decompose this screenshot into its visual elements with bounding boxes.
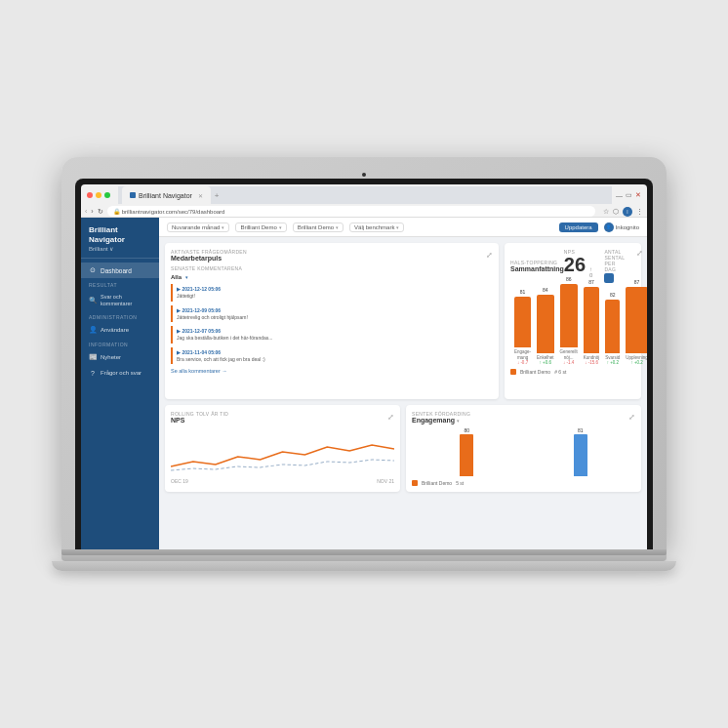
close-window-button[interactable]	[87, 192, 93, 198]
topbar-avatar: 👤	[604, 222, 614, 232]
engagement-legend-dot	[412, 480, 418, 486]
camera	[362, 173, 366, 177]
extensions-icon[interactable]: ⬡	[613, 208, 619, 216]
summary-bar-chart: 81 Engage-mang ↓ -0.7 84 Enkelhet	[510, 287, 635, 365]
filter-nuvarande-manad[interactable]: Nuvarande månad ▾	[167, 222, 229, 232]
menu-icon[interactable]: ⋮	[636, 208, 643, 216]
sidebar-item-dashboard[interactable]: ⊙ Dashboard	[81, 263, 159, 278]
filter-brilliant-demo-2[interactable]: Brilliant Demo ▾	[293, 222, 344, 232]
minimize-window-button[interactable]	[96, 192, 101, 198]
browser-chrome: Brilliant Navigator ✕ + — ▭ ✕	[81, 184, 647, 206]
chevron-down-icon: ▾	[222, 224, 224, 230]
bar-upplevning: 87 Upplevning ↑ +0.2	[626, 279, 647, 365]
active-tab[interactable]: Brilliant Navigator ✕	[122, 186, 211, 204]
bar-generellt-rect	[560, 284, 578, 347]
bar-kundnoj-rect	[584, 287, 600, 353]
eng-bar-2-label: 81	[578, 427, 584, 433]
see-all-comments-link[interactable]: Se alla kommentarer →	[171, 368, 493, 374]
sidebar-item-nyheter[interactable]: 📰 Nyheter	[81, 349, 159, 365]
back-button[interactable]: ‹	[85, 208, 87, 215]
filter-all-label: Alla	[171, 274, 182, 280]
nps-line-chart	[171, 427, 394, 476]
maximize-window-button[interactable]	[104, 192, 110, 198]
sidebar-nav: ⊙ Dashboard RESULTAT 🔍 Svar ochkommentar…	[81, 259, 159, 549]
bar-engagemang: 81 Engage-mang ↓ -0.7	[514, 289, 531, 365]
comment-2-date: ▶ 2021-12-09 05:06	[177, 307, 489, 313]
legend-orange-dot	[510, 369, 516, 375]
nps-line-header: ROLLING TOLV ÅR TID NPS ⤢	[171, 411, 394, 424]
logo-title: Brilliant Navigator	[89, 225, 151, 244]
comment-4-date: ▶ 2021-11-04 05:06	[177, 349, 489, 355]
user-name: Inkognito	[616, 224, 639, 230]
screen-bezel: Brilliant Navigator ✕ + — ▭ ✕ ‹ › ↻ 🔒	[75, 179, 653, 549]
nps-line-panel: ROLLING TOLV ÅR TID NPS ⤢	[165, 405, 400, 492]
bar-engagemang-rect	[514, 297, 531, 347]
close-icon[interactable]: ✕	[635, 191, 641, 199]
news-icon: 📰	[89, 353, 97, 361]
comment-3: ▶ 2021-12-07 05:06 Jag ska beställa-buti…	[171, 326, 493, 344]
chart-legend: Brilliant Demo # 6 st	[510, 369, 635, 375]
sidebar-section-admin: ADMINISTRATION	[81, 310, 159, 322]
bar-enkelhet-rect	[537, 295, 554, 353]
new-tab-button[interactable]: +	[211, 189, 223, 202]
tab-title: Brilliant Navigator	[139, 192, 192, 199]
engagement-legend-extra: 5 st	[456, 480, 464, 486]
pulse-panel: AKTIVASTE FRÅGEOMÅRDEN Medarbetarpuls ⤢ …	[165, 243, 499, 399]
browser-toolbar-right: ☆ ⬡ I ⋮	[603, 207, 643, 217]
chevron-down-icon-4: ▾	[396, 224, 399, 230]
filter-brilliant-demo-1[interactable]: Brilliant Demo ▾	[235, 222, 286, 232]
comment-2: ▶ 2021-12-09 05:06 Jättetrevlig och otro…	[171, 305, 493, 323]
sidebar-item-fragor[interactable]: ? Frågor och svar	[81, 365, 159, 381]
pulse-expand-icon[interactable]: ⤢	[486, 251, 493, 260]
topbar: Nuvarande månad ▾ Brilliant Demo ▾ Brill…	[159, 218, 647, 237]
nps-start-date: OEC 19	[171, 478, 188, 484]
browser-nav-bar: ‹ › ↻ 🔒 brilliantnavigator.com/sec/79/da…	[81, 206, 647, 218]
laptop-container: Brilliant Navigator ✕ + — ▭ ✕ ‹ › ↻ 🔒	[61, 157, 667, 571]
restore-icon[interactable]: ▭	[626, 191, 632, 199]
comment-4-text: Bra service, och att fick jag en bra dea…	[177, 356, 489, 363]
engagement-chevron-icon[interactable]: ▾	[457, 418, 460, 424]
nps-line-expand-icon[interactable]: ⤢	[387, 413, 394, 422]
refresh-button[interactable]: ↻	[98, 208, 103, 216]
minimize-icon[interactable]: —	[616, 192, 623, 199]
update-button[interactable]: Uppdatera	[559, 222, 598, 232]
url-bar[interactable]: 🔒 brilliantnavigator.com/sec/79/dashboar…	[107, 206, 595, 217]
logo-subtitle[interactable]: Brilliant ∨	[89, 245, 151, 252]
user-avatar-initial: I	[627, 209, 627, 215]
star-icon[interactable]: ☆	[603, 208, 609, 216]
filter-chevron-icon[interactable]: ▾	[185, 274, 188, 280]
nps-widget: NPS 26 ↑ 0	[564, 249, 593, 278]
laptop-body: Brilliant Navigator ✕ + — ▭ ✕ ‹ › ↻ 🔒	[61, 157, 667, 549]
filter-benchmark[interactable]: Välj benchmark ▾	[349, 222, 404, 232]
bar-enkelhet: 84 Enkelhet ↑ +0.6	[537, 287, 554, 365]
forward-button[interactable]: ›	[91, 208, 93, 215]
sidebar-nyheter-label: Nyheter	[101, 354, 121, 360]
sidebar-item-svar[interactable]: 🔍 Svar ochkommentarer	[81, 290, 159, 310]
engagement-panel: SENTEK FÖRDARDING Engagemang ▾ ⤢	[406, 405, 641, 492]
app-content: Brilliant Navigator Brilliant ∨ ⊙ Dashbo…	[81, 218, 647, 549]
sidebar: Brilliant Navigator Brilliant ∨ ⊙ Dashbo…	[81, 218, 159, 549]
tab-close-icon[interactable]: ✕	[198, 192, 203, 199]
browser-right-controls: — ▭ ✕	[616, 191, 641, 199]
engagement-header: SENTEK FÖRDARDING Engagemang ▾ ⤢	[412, 411, 635, 424]
sidebar-section-info: INFORMATION	[81, 338, 159, 349]
comment-2-text: Jättetrevlig och otroligt hjälpsam!	[177, 314, 489, 321]
eng-bar-2	[574, 434, 587, 476]
nps-line-title: NPS	[171, 417, 228, 424]
nps-end-date: NOV 21	[377, 478, 394, 484]
engagement-expand-icon[interactable]: ⤢	[628, 413, 635, 422]
chevron-down-icon-2: ▾	[279, 224, 282, 230]
topbar-user: 👤 Inkognito	[604, 222, 639, 232]
users-icon: 👤	[89, 326, 97, 334]
nps-line-dates: OEC 19 NOV 21	[171, 478, 394, 484]
user-avatar[interactable]: I	[623, 207, 632, 217]
chevron-down-icon-3: ▾	[336, 224, 339, 230]
expand-icon[interactable]: ⤢	[636, 249, 643, 258]
sidebar-dashboard-label: Dashboard	[101, 267, 132, 274]
nps-line-svg	[171, 427, 394, 476]
comment-4: ▶ 2021-11-04 05:06 Bra service, och att …	[171, 347, 493, 365]
sidebar-item-anvandare[interactable]: 👤 Användare	[81, 322, 159, 338]
laptop-bottom	[61, 549, 667, 561]
bar-svarsid: 82 Svarsid ↑ +0.2	[605, 292, 620, 365]
sidebar-section-resultat: RESULTAT	[81, 278, 159, 290]
